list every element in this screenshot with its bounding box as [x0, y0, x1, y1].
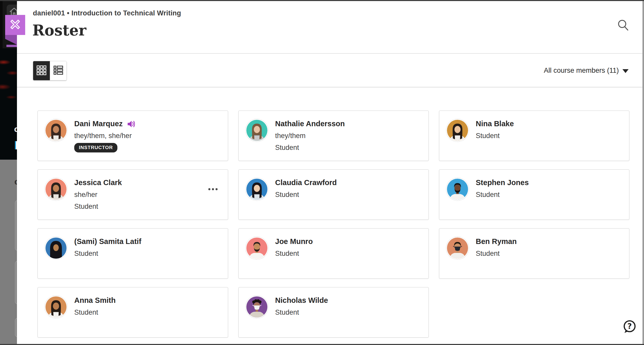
dimmed-page-fragment: c: [0, 160, 17, 344]
page-title: Roster: [32, 22, 86, 39]
audio-pronunciation-icon[interactable]: [127, 120, 135, 128]
member-grid: Dani Marquez they/them, she/her INSTRUCT…: [38, 111, 642, 338]
avatar: [245, 178, 268, 201]
member-pronouns: they/them, she/her: [74, 132, 135, 140]
list-view-button[interactable]: [50, 61, 67, 80]
roster-content: Dani Marquez they/them, she/her INSTRUCT…: [17, 87, 642, 338]
member-info: Nicholas Wilde Student: [275, 296, 328, 316]
course-banner-fragment: c: [0, 48, 17, 160]
member-info: Dani Marquez they/them, she/her INSTRUCT…: [74, 119, 135, 152]
window-top-edge: [0, 0, 644, 1]
member-name: Jessica Clark: [74, 178, 122, 187]
member-role: Student: [275, 190, 337, 199]
member-card[interactable]: Claudia Crawford Student: [238, 169, 429, 220]
member-info: Anna Smith Student: [74, 296, 116, 316]
avatar: [446, 237, 469, 260]
member-name: Ben Ryman: [476, 237, 517, 246]
member-card[interactable]: Nina Blake Student: [439, 111, 629, 161]
app-window: c c daniel001 • Introduction to Technica…: [0, 0, 644, 345]
window-right-edge: [642, 0, 644, 345]
member-role: Student: [476, 132, 514, 140]
member-name: Stephen Jones: [476, 178, 529, 187]
member-name: Joe Munro: [275, 237, 313, 246]
member-info: Stephen Jones Student: [476, 178, 529, 199]
filter-label: All course members (11): [544, 67, 619, 75]
member-card[interactable]: Dani Marquez they/them, she/her INSTRUCT…: [38, 111, 228, 161]
overflow-menu-button[interactable]: [207, 187, 219, 192]
overlay-text-fragment: c: [14, 177, 17, 187]
member-name: Anna Smith: [74, 296, 116, 305]
member-info: Ben Ryman Student: [476, 237, 517, 258]
search-button[interactable]: [616, 18, 631, 33]
panel-header: daniel001 • Introduction to Technical Wr…: [17, 1, 642, 54]
member-name: Nina Blake: [476, 120, 514, 128]
member-name: Nicholas Wilde: [275, 296, 328, 305]
instructor-badge: INSTRUCTOR: [74, 143, 117, 152]
member-pronouns: they/them: [275, 132, 345, 140]
member-role: Student: [476, 190, 529, 199]
avatar: [245, 237, 268, 260]
member-role: Student: [476, 249, 517, 258]
member-role: Student: [74, 308, 116, 316]
roster-panel: daniel001 • Introduction to Technical Wr…: [17, 1, 642, 344]
member-info: Claudia Crawford Student: [275, 178, 337, 199]
member-info: Nina Blake Student: [476, 119, 514, 140]
member-name: Claudia Crawford: [275, 178, 337, 187]
background-card-fragment: [15, 200, 17, 251]
svg-text:?: ?: [627, 322, 632, 331]
member-name: Nathalie Andersson: [275, 120, 345, 128]
accent-bar-fragment: [6, 45, 17, 47]
member-card[interactable]: Nicholas Wilde Student: [238, 287, 429, 338]
member-info: Joe Munro Student: [275, 237, 313, 258]
background-card-fragment: [15, 261, 17, 304]
member-card[interactable]: Stephen Jones Student: [439, 169, 629, 220]
view-toggle: [33, 61, 67, 80]
member-card[interactable]: Jessica Clark she/her Student: [38, 169, 228, 220]
member-info: (Sami) Samita Latif Student: [74, 237, 141, 258]
help-icon: ?: [622, 319, 637, 335]
search-icon: [616, 18, 631, 33]
banner-blue-fragment: [15, 141, 17, 149]
member-role: Student: [275, 143, 345, 152]
chevron-down-icon: [622, 69, 629, 73]
avatar: [44, 119, 68, 142]
member-pronouns: she/her: [74, 190, 122, 199]
close-icon: [9, 19, 21, 31]
members-filter-dropdown[interactable]: All course members (11): [544, 54, 629, 87]
member-card[interactable]: Ben Ryman Student: [439, 228, 629, 279]
avatar: [446, 178, 469, 201]
avatar: [44, 178, 68, 201]
member-name: Dani Marquez: [74, 120, 123, 128]
close-panel-button[interactable]: [5, 15, 25, 35]
grid-view-button[interactable]: [33, 61, 50, 80]
avatar: [245, 295, 268, 319]
member-role: Student: [275, 308, 328, 316]
member-role: Student: [74, 202, 122, 211]
avatar: [44, 237, 68, 260]
banner-text-fragment: c: [14, 124, 17, 134]
member-card[interactable]: Nathalie Andersson they/them Student: [238, 111, 429, 161]
avatar: [245, 119, 268, 142]
member-role: Student: [74, 249, 141, 258]
member-info: Jessica Clark she/her Student: [74, 178, 122, 211]
grid-view-icon: [36, 65, 47, 77]
member-card[interactable]: Joe Munro Student: [238, 228, 429, 279]
breadcrumb: daniel001 • Introduction to Technical Wr…: [33, 9, 181, 17]
avatar: [44, 295, 68, 319]
background-card-fragment: [15, 318, 17, 337]
member-role: Student: [275, 249, 313, 258]
avatar: [446, 119, 469, 142]
list-view-icon: [53, 65, 64, 77]
help-button[interactable]: ?: [622, 319, 637, 335]
background-page-strip: c c: [0, 1, 17, 344]
member-info: Nathalie Andersson they/them Student: [275, 119, 345, 152]
member-card[interactable]: Anna Smith Student: [38, 287, 228, 338]
member-name: (Sami) Samita Latif: [74, 237, 141, 246]
roster-toolbar: All course members (11): [17, 54, 642, 87]
member-card[interactable]: (Sami) Samita Latif Student: [38, 228, 228, 279]
window-bottom-edge: [0, 344, 644, 345]
